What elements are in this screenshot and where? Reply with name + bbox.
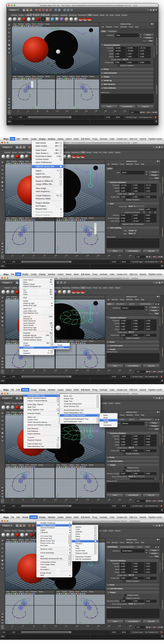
presets-button[interactable]: Presets <box>149 309 160 312</box>
shelf-tab-custom[interactable]: Custom <box>114 402 121 404</box>
option-box-icon[interactable] <box>97 398 99 400</box>
attribute-value-field[interactable]: 0.000 <box>145 577 156 580</box>
selection-mode-dropdown[interactable]: Polygons▾ <box>1 396 13 400</box>
ortho-canvas-front[interactable]: front <box>5 221 54 254</box>
viewport-icon-0[interactable] <box>6 343 8 344</box>
option-box-icon[interactable] <box>97 418 99 420</box>
mel-label[interactable]: MEL <box>1 380 4 382</box>
attribute-value-field[interactable]: 0.000 <box>120 196 132 198</box>
persp-menu-view[interactable]: View <box>6 411 10 413</box>
menubar-item-maya[interactable]: Maya <box>2 137 10 140</box>
close-button[interactable] <box>1 520 3 522</box>
viewport-icon-6[interactable] <box>69 593 71 594</box>
viewport-icon-7[interactable] <box>71 220 73 221</box>
character-set-dropdown[interactable]: ▾No Character Set <box>144 505 158 507</box>
viewport-icon-9[interactable] <box>25 593 27 594</box>
section-header[interactable]: ▶Pivots <box>106 456 160 459</box>
viewport-icon-6[interactable] <box>26 26 27 27</box>
subsubmenu-item-rotate[interactable]: Rotate <box>100 419 118 422</box>
checkbox-icon[interactable]: ✓ <box>152 211 154 214</box>
submenu-item-group[interactable]: Group <box>54 344 70 346</box>
ae-menu-show[interactable]: Show <box>135 163 139 165</box>
toon-stroke-sphere1-icon[interactable] <box>69 17 73 21</box>
viewport-icon-2[interactable] <box>10 593 12 594</box>
menubar-item-modify[interactable]: Modify <box>21 272 29 276</box>
attribute-dropdown[interactable]: Bone▾ <box>128 205 145 208</box>
menubar-item-maya[interactable]: Maya <box>2 516 10 519</box>
menubar-item-edit-mesh[interactable]: Edit Mesh <box>80 516 91 519</box>
viewport-icon-9[interactable] <box>76 466 77 468</box>
shelf-tab-muscle[interactable]: Muscle <box>86 151 92 154</box>
attribute-value-field[interactable]: 0.000 <box>145 217 156 220</box>
viewport-icon-1[interactable] <box>8 343 10 344</box>
presets-button[interactable]: Presets <box>149 552 160 555</box>
attribute-value-field[interactable]: 0.000 <box>145 334 156 337</box>
file-menu-item-open-scene-[interactable]: Open Scene…⌘O <box>32 144 63 147</box>
edit-menu-item-cut[interactable]: Cut⌘X <box>20 289 54 291</box>
checkbox-icon[interactable] <box>124 467 126 469</box>
snap-view-icon[interactable] <box>46 8 48 11</box>
front-menu-show[interactable]: Show <box>32 76 36 77</box>
tab-left-icon[interactable]: ◀ <box>155 303 157 305</box>
menubar-item-edit[interactable]: Edit <box>15 137 21 140</box>
front-menu-view[interactable]: View <box>6 340 10 342</box>
front-menu-renderer[interactable]: Renderer <box>38 76 44 77</box>
attribute-value-field[interactable]: -90.000 <box>114 50 126 52</box>
persp-menu-lighting[interactable]: Lighting <box>18 160 24 162</box>
side-menu-shading[interactable]: Shading <box>62 217 67 219</box>
soft-modification-tool-icon[interactable]: ● <box>1 439 4 443</box>
viewport-icon-3[interactable] <box>19 78 21 79</box>
menubar-item-create[interactable]: Create <box>29 272 38 276</box>
side-menu-view[interactable]: View <box>57 340 60 342</box>
viewport-icon-10[interactable] <box>27 163 29 164</box>
viewport-icon-13[interactable] <box>84 593 86 594</box>
viewport-icon-7[interactable] <box>21 593 22 594</box>
option-box-icon[interactable] <box>94 533 96 535</box>
submenu-item-pipe[interactable]: Pipe <box>72 545 98 547</box>
menubar-item-edit-uvs[interactable]: Edit UVs <box>128 516 138 519</box>
node-name-field[interactable]: front <box>115 34 138 37</box>
selection-mode-dropdown[interactable]: Polygons▾ <box>1 146 13 149</box>
menubar-item-window[interactable]: Window <box>46 388 56 392</box>
snap-point-icon[interactable] <box>42 8 45 11</box>
menubar-item-edit[interactable]: Edit <box>15 516 21 519</box>
four-pane-layout-icon[interactable]: ▦ <box>1 616 4 618</box>
attribute-value-field[interactable]: 0.000 <box>132 322 144 325</box>
range-field-right-0[interactable]: 24.00 <box>111 375 120 378</box>
attribute-dropdown[interactable]: xyz▾ <box>128 192 135 196</box>
viewport-icon-8[interactable] <box>23 593 24 594</box>
copy-tab-button[interactable]: Copy Tab <box>143 493 160 497</box>
play-forward-button[interactable]: ▶ <box>154 370 156 372</box>
side-menu-view[interactable]: View <box>57 76 60 77</box>
menubar-item-display[interactable]: Display <box>38 388 46 392</box>
menubar-item-h[interactable]: H <box>163 137 164 140</box>
ae-menu-list[interactable]: List <box>101 26 104 28</box>
option-box-icon[interactable] <box>94 526 96 528</box>
ortho-canvas-side[interactable]: sideBOTTOM <box>56 221 105 254</box>
toon-lips3-icon[interactable] <box>88 18 91 20</box>
attribute-value-field[interactable]: 0.000 <box>132 444 144 446</box>
menubar-item-window[interactable]: Window <box>46 272 56 276</box>
option-box-icon[interactable] <box>69 558 70 560</box>
copy-paste-icon[interactable]: ▤ <box>156 397 158 399</box>
front-menu-view[interactable]: View <box>6 217 10 219</box>
ae-menu-help[interactable]: Help <box>135 26 138 28</box>
menubar-item-create-uvs[interactable]: Create UVs <box>116 272 128 276</box>
side-menu-panels[interactable]: Panels <box>89 464 94 466</box>
ae-scrollbar[interactable] <box>159 431 161 479</box>
close-icon[interactable]: ✕ <box>158 411 160 413</box>
shelf-tab-surfaces[interactable]: Surfaces <box>18 530 26 532</box>
close-icon[interactable]: ✕ <box>158 538 160 540</box>
viewport-icon-11[interactable] <box>29 541 31 542</box>
viewport-icon-13[interactable] <box>40 78 42 79</box>
universal-manipulator-icon[interactable]: ✥ <box>8 47 11 50</box>
menubar-item-modify[interactable]: Modify <box>21 137 29 140</box>
modify-menu-item-align-tool[interactable]: Align Tool <box>24 406 60 408</box>
mel-label[interactable]: MEL <box>1 509 4 511</box>
ae-menu-attributes[interactable]: Attributes <box>120 26 127 28</box>
viewport-icon-1[interactable] <box>59 78 61 79</box>
ae-scrollbar[interactable] <box>159 180 161 235</box>
paint-selection-tool-icon[interactable]: ✎ <box>1 304 4 307</box>
attribute-value-field[interactable]: 1.000 <box>145 568 156 571</box>
channel-box-layer-editor-tab[interactable]: Channel Box / Layer Editor <box>162 177 163 194</box>
